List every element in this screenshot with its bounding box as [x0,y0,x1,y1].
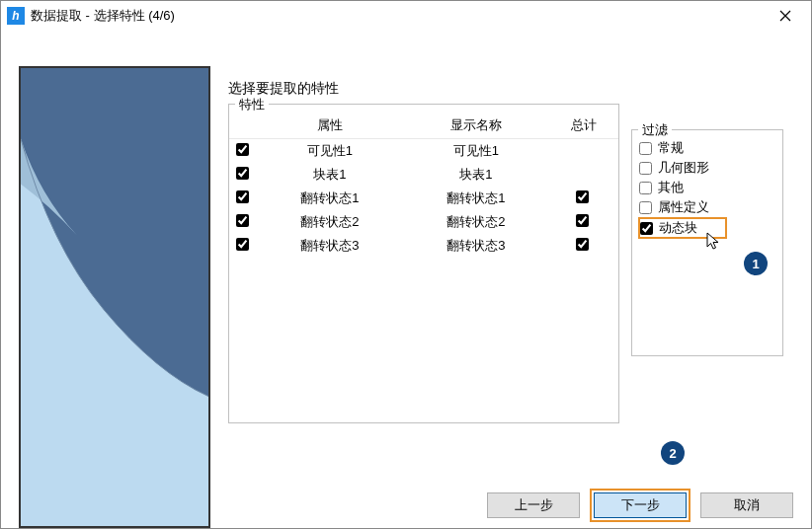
next-button-label: 下一步 [621,496,660,514]
dialog-window: h 数据提取 - 选择特性 (4/6) 选择要提取的特性 特性 属性 [0,0,812,529]
row-include-checkbox[interactable] [236,238,249,251]
cell-total [549,210,618,234]
cell-displayname: 翻转状态2 [403,210,549,234]
row-include-checkbox[interactable] [236,190,249,203]
close-icon [779,10,791,22]
filter-item-label: 动态块 [659,219,697,237]
filter-item[interactable]: 常规 [638,138,776,158]
col-displayname[interactable]: 显示名称 [403,113,549,139]
prev-button[interactable]: 上一步 [487,492,580,518]
table-row[interactable]: 翻转状态1翻转状态1 [229,187,618,210]
filter-item-label: 常规 [658,139,684,157]
wizard-preview [19,66,210,528]
window-title: 数据提取 - 选择特性 (4/6) [31,7,766,25]
filter-list: 常规几何图形其他属性定义动态块 [632,130,782,243]
callout-1: 1 [744,252,768,275]
total-checkbox[interactable] [576,238,589,251]
cell-displayname: 可见性1 [403,139,549,164]
cell-displayname: 翻转状态1 [403,187,549,210]
close-button[interactable] [766,1,805,31]
filter-group: 过滤 常规几何图形其他属性定义动态块 [631,129,783,356]
col-total[interactable]: 总计 [549,113,618,139]
properties-group: 特性 属性 显示名称 总计 可见性1可见性1块表1块表1翻转状态1翻转状态1翻转… [228,104,619,423]
filter-item-label: 属性定义 [658,198,709,216]
button-row: 上一步 下一步 取消 [487,492,793,518]
prev-button-label: 上一步 [515,496,553,514]
col-attribute[interactable]: 属性 [257,113,403,139]
row-include-checkbox[interactable] [236,167,249,180]
properties-table: 属性 显示名称 总计 可见性1可见性1块表1块表1翻转状态1翻转状态1翻转状态2… [229,113,618,258]
filter-checkbox[interactable] [640,222,653,235]
cell-total [549,234,618,258]
table-row[interactable]: 翻转状态3翻转状态3 [229,234,618,258]
dialog-body: 选择要提取的特性 特性 属性 显示名称 总计 可见性1可见性1块表1块表1翻转状… [1,31,811,528]
cell-total [549,163,618,187]
filter-item-label: 几何图形 [658,159,709,177]
filter-item[interactable]: 几何图形 [638,158,776,178]
properties-group-label: 特性 [235,96,269,113]
row-include-checkbox[interactable] [236,143,249,156]
filter-checkbox[interactable] [639,162,652,175]
callout-2: 2 [661,441,685,465]
filter-checkbox[interactable] [639,182,652,194]
table-row[interactable]: 块表1块表1 [229,163,618,187]
cell-attribute: 块表1 [257,163,403,187]
row-include-checkbox[interactable] [236,214,249,227]
filter-item-label: 其他 [658,179,684,196]
filter-item[interactable]: 动态块 [638,217,727,239]
filter-item[interactable]: 属性定义 [638,197,776,217]
filter-checkbox[interactable] [639,201,652,214]
next-button[interactable]: 下一步 [594,492,687,518]
total-checkbox[interactable] [576,214,589,227]
table-row[interactable]: 翻转状态2翻转状态2 [229,210,618,234]
cancel-button-label: 取消 [734,496,760,514]
total-checkbox[interactable] [576,190,589,203]
cell-displayname: 块表1 [403,163,549,187]
table-row[interactable]: 可见性1可见性1 [229,139,618,164]
cell-attribute: 翻转状态2 [257,210,403,234]
filter-item[interactable]: 其他 [638,178,776,197]
filter-checkbox[interactable] [639,142,652,155]
cell-total [549,187,618,210]
filter-group-label: 过滤 [638,121,672,139]
cancel-button[interactable]: 取消 [700,492,793,518]
cell-attribute: 翻转状态1 [257,187,403,210]
cell-total [549,139,618,164]
titlebar: h 数据提取 - 选择特性 (4/6) [1,1,811,31]
cell-displayname: 翻转状态3 [403,234,549,258]
cell-attribute: 翻转状态3 [257,234,403,258]
cell-attribute: 可见性1 [257,139,403,164]
app-icon: h [7,7,25,25]
